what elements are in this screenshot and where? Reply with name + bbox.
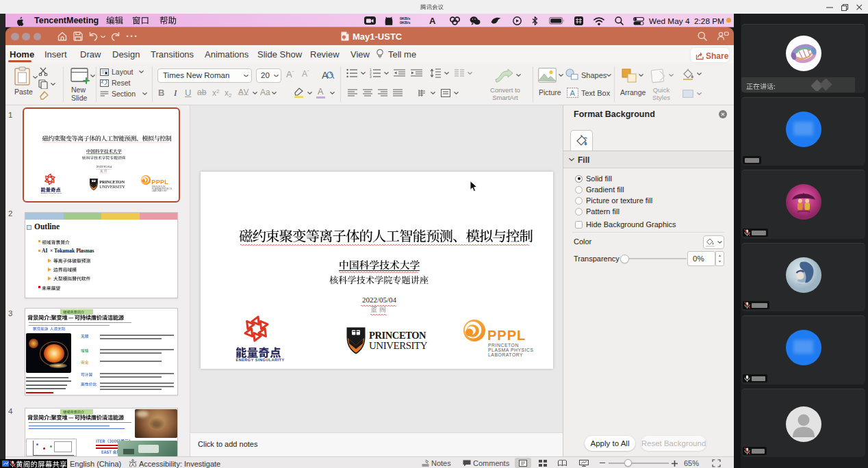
svg-text:A: A [570, 89, 576, 97]
svg-text:3: 3 [370, 75, 372, 78]
